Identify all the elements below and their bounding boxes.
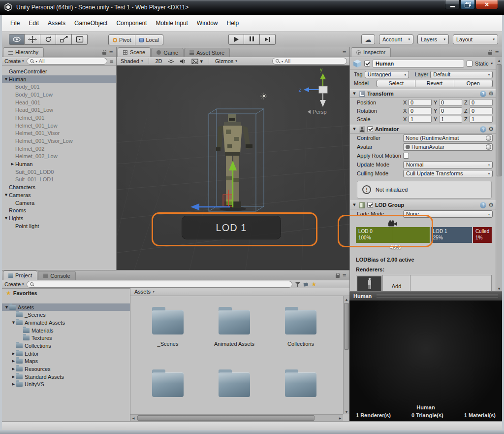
scroll-down-icon[interactable]: ▼ [344,408,349,414]
transform-rotation-z-field[interactable]: 0 [470,107,493,114]
object-picker-icon[interactable] [486,135,491,141]
hierarchy-search-input[interactable]: ▾ All [27,58,107,65]
hierarchy-item-helmet-001-low[interactable]: Helmet_001_Low [2,122,116,130]
tag-dropdown[interactable]: Untagged▾ [365,71,409,78]
project-tree-item-resources[interactable]: ▶Resources [2,365,130,373]
gameobject-name-field[interactable]: Human [373,60,464,67]
gear-icon[interactable]: ⚙ [488,202,494,208]
menu-component[interactable]: Component [112,17,151,29]
gizmos-dropdown[interactable]: Gizmos▾ [214,58,239,64]
hierarchy-item-suit-001-lod1[interactable]: Suit_001_LOD1 [2,176,116,184]
animator-enabled-checkbox[interactable] [367,126,373,132]
project-tree-item-editor[interactable]: ▶Editor [2,350,130,358]
perspective-toggle[interactable]: Persp [308,109,327,115]
add-renderer-button[interactable]: Add [383,275,410,291]
tab-game[interactable]: Game [151,48,184,57]
layout-dropdown[interactable]: Layout▾ [453,34,498,44]
hierarchy-item-helmet-002[interactable]: Helmet_002 [2,145,116,153]
search-by-type-icon[interactable] [295,281,301,287]
tab-project[interactable]: Project [3,270,37,280]
layer-dropdown[interactable]: Default▾ [430,71,493,78]
update-mode-dropdown[interactable]: Normal▾ [403,161,493,168]
lod-group-component-header[interactable]: ▼ LOD Group ? ⚙ [350,200,496,209]
help-icon[interactable]: ? [480,91,486,97]
breadcrumb-assets[interactable]: Assets [134,289,151,295]
titlebar[interactable]: Unity Personal (64bit) - Scene.unity - T… [0,0,504,15]
panel-menu-icon[interactable]: ≡ [343,50,346,55]
fade-mode-dropdown[interactable]: None▾ [403,210,493,218]
panel-menu-icon[interactable]: ≡ [109,50,113,55]
search-by-label-icon[interactable] [303,281,309,287]
layers-dropdown[interactable]: Layers▾ [417,34,449,44]
asset-folder-collections[interactable]: Collections [271,307,330,347]
hierarchy-item-helmet-001-visor[interactable]: Helmet_001_Visor [2,130,116,137]
pivot-toggle-button[interactable]: Pivot [108,34,135,45]
model-revert-button[interactable]: Revert [415,80,454,87]
drag-handle[interactable] [377,294,498,299]
inspector-scrollbar[interactable]: ▲ ▼ [496,57,502,291]
menu-assets[interactable]: Assets [43,17,70,29]
gear-icon[interactable]: ⚙ [488,126,494,132]
scrollbar-thumb[interactable] [137,415,315,421]
active-checkbox[interactable] [364,61,370,67]
tab-console[interactable]: Console [38,271,75,280]
foldout-arrow[interactable]: ▼ [4,305,9,309]
hierarchy-item-head-001[interactable]: Head_001 [2,99,116,106]
account-dropdown[interactable]: Account▾ [379,34,413,44]
foldout-arrow[interactable]: ▶ [10,162,15,166]
scroll-up-icon[interactable]: ▲ [496,57,502,63]
play-button[interactable] [228,34,244,45]
hierarchy-create-button[interactable]: Create▾ [4,58,24,64]
transform-position-z-field[interactable]: 0 [470,99,493,106]
tab-inspector[interactable]: Inspector [351,47,391,57]
menu-mobile-input[interactable]: Mobile Input [151,17,192,29]
assets-scrollbar[interactable]: ▲ ▼ [343,296,349,414]
transform-component-header[interactable]: ▼ Transform ? ⚙ [350,89,496,98]
culling-mode-dropdown[interactable]: Cull Update Transforms▾ [403,170,493,177]
transform-scale-x-field[interactable]: 1 [409,116,432,123]
move-tool-button[interactable] [25,34,40,45]
model-select-button[interactable]: Select [377,80,415,87]
hierarchy-item-camera[interactable]: Camera [2,199,116,207]
hierarchy-item-gamecontroller[interactable]: GameController [2,67,116,75]
asset-folder-unnamed-6[interactable] [271,369,330,403]
hierarchy-item-cameras[interactable]: ▼Cameras [2,191,116,199]
animator-component-header[interactable]: ▼ Animator ? ⚙ [350,125,496,134]
controller-object-field[interactable]: None (RuntimeAnimat [403,134,493,142]
scrollbar-thumb[interactable] [344,303,349,350]
close-button[interactable]: × [475,0,498,9]
project-tree-item-animated-assets[interactable]: ▼Animated Assets [2,319,130,327]
project-tree-item-collections[interactable]: Collections [2,342,130,350]
panel-menu-icon[interactable]: ≡ [495,50,499,55]
hierarchy-item-characters[interactable]: Characters [2,183,116,191]
static-flags-dropdown[interactable]: ▾ [491,62,493,66]
foldout-arrow[interactable]: ▼ [352,92,357,96]
project-tree-item-textures[interactable]: Textures [2,334,130,342]
foldout-arrow[interactable]: ▼ [352,203,357,207]
effects-toggle-button[interactable]: ▾ [190,58,205,65]
transform-scale-y-field[interactable]: 1 [439,116,462,123]
lod-segment-lod-1[interactable]: LOD 125% [431,227,472,243]
renderer-slot[interactable]: ▾ [356,275,383,291]
project-create-button[interactable]: Create▾ [4,281,24,287]
transform-rotation-x-field[interactable]: 0 [409,107,432,114]
scroll-left-icon[interactable]: ◀ [130,415,136,421]
scrollbar-thumb[interactable] [497,64,502,176]
foldout-arrow[interactable]: ▼ [3,193,9,197]
scale-tool-button[interactable] [56,34,72,45]
asset-folder-scenes[interactable]: _Scenes [138,307,197,347]
menu-edit[interactable]: Edit [24,17,43,29]
project-tree-item-materials[interactable]: Materials [2,327,130,334]
avatar-object-field[interactable]: HumanAvatar [403,143,493,151]
favorites-filter-icon[interactable]: ★ [312,281,317,287]
2d-toggle-button[interactable]: 2D [154,58,163,64]
lod-segment-culled[interactable]: Culled1% [473,227,492,243]
lock-icon[interactable] [336,275,340,278]
rotate-tool-button[interactable] [40,34,56,45]
transform-rotation-y-field[interactable]: 0 [439,107,462,114]
apply-root-motion-checkbox[interactable] [403,153,409,159]
restore-button[interactable] [460,0,475,9]
favorites-item[interactable]: ★ Favorites [2,289,130,297]
object-picker-icon[interactable] [486,144,491,150]
hierarchy-item-lights[interactable]: ▼Lights [2,214,116,222]
